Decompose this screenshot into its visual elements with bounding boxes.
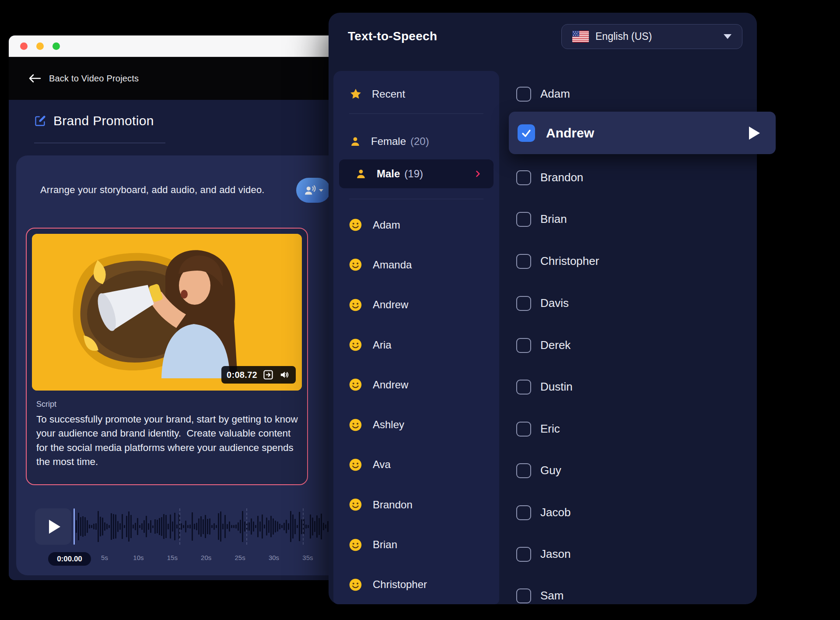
voice-name: Christopher bbox=[540, 254, 599, 268]
script-label: Script bbox=[36, 400, 56, 409]
voice-row[interactable]: Andrew bbox=[509, 112, 776, 154]
title-underline bbox=[34, 143, 165, 143]
voice-checkbox[interactable] bbox=[516, 254, 531, 269]
timeline-marker: 15s bbox=[167, 554, 178, 561]
script-text: To successfully promote your brand, star… bbox=[36, 412, 300, 469]
play-voice-button[interactable] bbox=[749, 127, 760, 140]
playhead[interactable] bbox=[74, 508, 75, 545]
voice-name: Derek bbox=[540, 338, 570, 352]
voice-name: Eric bbox=[540, 422, 560, 436]
voice-row[interactable]: Sam bbox=[509, 575, 754, 616]
voice-row[interactable]: Guy bbox=[509, 450, 754, 491]
voice-checkbox[interactable] bbox=[518, 124, 535, 142]
voice-name: Andrew bbox=[546, 126, 594, 141]
voice-row[interactable]: Jason bbox=[509, 533, 754, 575]
voice-name: Davis bbox=[540, 296, 569, 310]
back-label: Back to Video Projects bbox=[49, 74, 139, 84]
voice-name: Sam bbox=[540, 589, 564, 602]
voice-row[interactable]: Derek bbox=[509, 324, 754, 366]
voice-checkbox[interactable] bbox=[516, 338, 531, 353]
text-to-speech-panel: Text-to-Speech English (US) bbox=[329, 13, 757, 604]
voice-row[interactable]: Adam bbox=[509, 73, 754, 115]
voice-checkbox[interactable] bbox=[516, 588, 531, 603]
timeline-marker: 25s bbox=[235, 554, 245, 561]
voice-list: Adam Andrew Brandon Brian bbox=[329, 13, 757, 604]
segment-divider bbox=[303, 508, 304, 545]
voice-row[interactable]: Jacob bbox=[509, 492, 754, 533]
voice-name: Adam bbox=[540, 87, 570, 101]
voice-checkbox[interactable] bbox=[516, 422, 531, 437]
voice-checkbox[interactable] bbox=[516, 547, 531, 562]
voice-checkbox[interactable] bbox=[516, 170, 531, 185]
voice-checkbox[interactable] bbox=[516, 296, 531, 311]
check-icon bbox=[521, 128, 532, 138]
voice-name: Dustin bbox=[540, 380, 573, 394]
timeline-marker: 30s bbox=[269, 554, 279, 561]
close-window-button[interactable] bbox=[20, 42, 28, 50]
scene-card[interactable]: 0:08.72 Script To successful bbox=[26, 228, 308, 485]
voice-name: Jason bbox=[540, 547, 570, 561]
timeline-marker: 10s bbox=[133, 554, 144, 561]
current-time-badge: 0:00.00 bbox=[48, 552, 91, 566]
voice-row[interactable]: Davis bbox=[509, 282, 754, 324]
edit-icon[interactable] bbox=[34, 115, 46, 127]
desktop: Back to Video Projects Brand Promotion A… bbox=[0, 0, 840, 620]
voice-checkbox[interactable] bbox=[516, 463, 531, 478]
project-title-row: Brand Promotion bbox=[34, 113, 154, 128]
voice-name: Brandon bbox=[540, 171, 583, 184]
play-icon bbox=[49, 520, 60, 534]
scene-thumbnail: 0:08.72 bbox=[32, 234, 302, 391]
timeline-marker: 20s bbox=[201, 554, 211, 561]
page-title: Brand Promotion bbox=[53, 113, 154, 128]
segment-divider bbox=[179, 508, 180, 545]
segment-divider bbox=[246, 508, 247, 545]
speaker-icon[interactable] bbox=[279, 369, 290, 380]
jump-to-icon[interactable] bbox=[262, 369, 274, 380]
back-button[interactable]: Back to Video Projects bbox=[27, 73, 139, 84]
media-overlay: 0:08.72 bbox=[221, 366, 296, 384]
voice-row[interactable]: Brian bbox=[509, 198, 754, 240]
voice-over-button[interactable] bbox=[296, 178, 330, 203]
voice-row[interactable]: Dustin bbox=[509, 366, 754, 408]
voice-name: Jacob bbox=[540, 506, 570, 519]
voice-name: Guy bbox=[540, 464, 561, 477]
voice-row[interactable]: Christopher bbox=[509, 240, 754, 282]
voice-row[interactable]: Eric bbox=[509, 408, 754, 450]
timeline-marker: 35s bbox=[302, 554, 313, 561]
voice-checkbox[interactable] bbox=[516, 505, 531, 520]
zoom-window-button[interactable] bbox=[52, 42, 60, 50]
minimize-window-button[interactable] bbox=[36, 42, 44, 50]
back-arrow-icon bbox=[27, 73, 42, 84]
voice-checkbox[interactable] bbox=[516, 212, 531, 227]
storyboard-hint: Arrange your storyboard, add audio, and … bbox=[40, 184, 265, 196]
voice-name: Brian bbox=[540, 212, 567, 226]
chevron-down-icon bbox=[319, 189, 323, 192]
play-button[interactable] bbox=[35, 508, 71, 545]
play-icon bbox=[749, 127, 760, 140]
scene-duration: 0:08.72 bbox=[227, 370, 257, 380]
voice-checkbox[interactable] bbox=[516, 380, 531, 395]
voice-icon bbox=[304, 184, 317, 197]
timeline-marker: 5s bbox=[101, 554, 108, 561]
voice-row[interactable]: Brandon bbox=[509, 157, 754, 198]
voice-checkbox[interactable] bbox=[516, 87, 531, 102]
